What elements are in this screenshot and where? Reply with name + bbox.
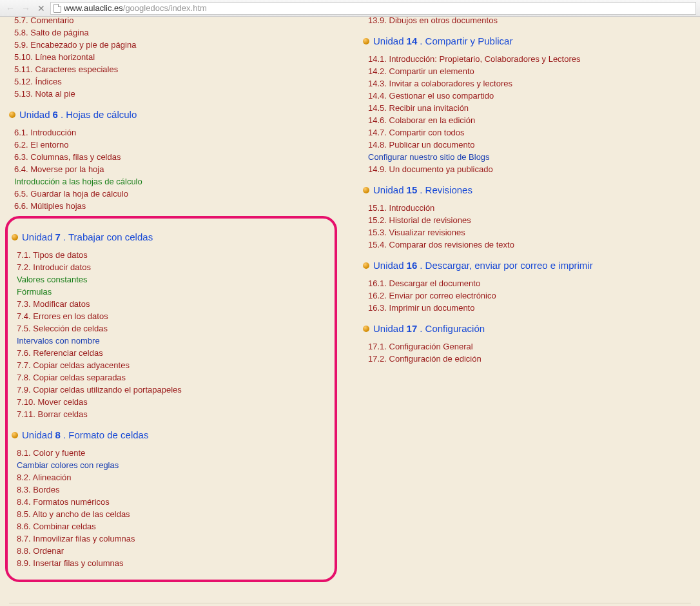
unit-number: 16 <box>407 260 418 271</box>
toc-link[interactable]: 7.5. Selección de celdas <box>17 322 331 335</box>
url-text: www.aulaclic.es/googledocs/index.htm <box>64 3 207 13</box>
toc-link[interactable]: Introducción a las hojas de cálculo <box>14 175 337 188</box>
unit-prefix: Unidad <box>19 109 50 120</box>
toc-link[interactable]: 5.11. Caracteres especiales <box>14 63 337 75</box>
toc-link[interactable]: 7.10. Mover celdas <box>17 396 331 408</box>
toc-link[interactable]: 14.4. Gestionar el uso compartido <box>368 90 691 102</box>
bullet-icon <box>363 262 369 269</box>
toc-link[interactable]: 7.3. Modificar datos <box>17 298 331 310</box>
bullet-icon <box>363 187 369 193</box>
toc-link[interactable]: 15.1. Introducción <box>368 202 691 214</box>
toc-link[interactable]: Valores constantes <box>17 273 331 286</box>
unit-8-header[interactable]: Unidad 8 . Formato de celdas <box>12 429 331 440</box>
unit-prefix: Unidad <box>373 260 404 271</box>
toc-link[interactable]: 8.9. Insertar filas y columnas <box>17 557 331 569</box>
unit-title: . Formato de celdas <box>63 429 149 440</box>
toc-link[interactable]: 7.1. Tipos de datos <box>17 249 331 261</box>
unit-14-header[interactable]: Unidad 14 . Compartir y Publicar <box>363 35 691 46</box>
toc-link[interactable]: 8.3. Bordes <box>17 484 331 496</box>
left-column: 5.7. Comentario5.8. Salto de página5.9. … <box>9 17 337 583</box>
toc-link[interactable]: 13.9. Dibujos en otros documentos <box>368 14 691 26</box>
toc-link[interactable]: Configurar nuestro sitio de Blogs <box>368 151 691 163</box>
unit-title: . Trabajar con celdas <box>63 231 153 242</box>
unit-number: 8 <box>55 429 61 440</box>
unit-14-items: 14.1. Introducción: Propietario, Colabor… <box>363 53 691 175</box>
toc-link[interactable]: 8.6. Combinar celdas <box>17 520 331 533</box>
toc-link[interactable]: 8.5. Alto y ancho de las celdas <box>17 508 331 520</box>
unit-prefix: Unidad <box>373 323 404 334</box>
unit-16-items: 16.1. Descargar el documento16.2. Enviar… <box>363 277 691 314</box>
unit-title: . Hojas de cálculo <box>61 109 137 120</box>
unit-17-items: 17.1. Configuración General17.2. Configu… <box>363 340 691 365</box>
toc-link[interactable]: 5.12. Índices <box>14 75 337 88</box>
unit-15-header[interactable]: Unidad 15 . Revisiones <box>363 184 691 195</box>
toc-link[interactable]: 6.3. Columnas, filas y celdas <box>14 151 337 163</box>
unit-7-items: 7.1. Tipos de datos7.2. Introducir datos… <box>12 249 331 420</box>
toc-link[interactable]: 14.2. Compartir un elemento <box>368 65 691 77</box>
back-button[interactable]: ← <box>4 2 17 15</box>
toc-link[interactable]: 6.6. Múltiples hojas <box>14 200 337 212</box>
toc-link[interactable]: 15.2. Historial de revisiones <box>368 214 691 226</box>
toc-link[interactable]: 5.7. Comentario <box>14 14 337 26</box>
toc-link[interactable]: 5.10. Línea horizontal <box>14 51 337 63</box>
unit-title: . Descargar, enviar por correo e imprimi… <box>420 260 592 271</box>
toc-link[interactable]: Cambiar colores con reglas <box>17 459 331 471</box>
toc-link[interactable]: 17.1. Configuración General <box>368 340 691 353</box>
unit-title: . Configuración <box>420 323 485 334</box>
toc-link[interactable]: 7.9. Copiar celdas utilizando el portapa… <box>17 384 331 396</box>
toc-link[interactable]: 7.2. Introducir datos <box>17 261 331 273</box>
bullet-icon <box>12 234 18 240</box>
unit-16-header[interactable]: Unidad 16 . Descargar, enviar por correo… <box>363 260 691 271</box>
unit-number: 15 <box>407 184 418 195</box>
unit-17-header[interactable]: Unidad 17 . Configuración <box>363 323 691 334</box>
toc-link[interactable]: 14.5. Recibir una invitación <box>368 102 691 114</box>
toc-link[interactable]: 8.2. Alineación <box>17 471 331 484</box>
forward-button[interactable]: → <box>19 2 32 15</box>
toc-link[interactable]: 16.1. Descargar el documento <box>368 277 691 289</box>
unit-number: 17 <box>407 323 418 334</box>
toc-link[interactable]: 14.9. Un documento ya publicado <box>368 163 691 175</box>
toc-link[interactable]: 15.3. Visualizar revisiones <box>368 226 691 239</box>
toc-link[interactable]: 16.3. Imprimir un documento <box>368 302 691 314</box>
toc-link[interactable]: 8.8. Ordenar <box>17 545 331 557</box>
toc-link[interactable]: 7.6. Referenciar celdas <box>17 347 331 359</box>
toc-link[interactable]: 17.2. Configuración de edición <box>368 353 691 365</box>
toc-link[interactable]: 15.4. Comparar dos revisiones de texto <box>368 239 691 251</box>
toc-link[interactable]: 5.8. Salto de página <box>14 26 337 39</box>
bullet-icon <box>363 326 369 332</box>
toc-link[interactable]: 8.7. Inmovilizar filas y columnas <box>17 533 331 545</box>
unit-6-header[interactable]: Unidad 6 . Hojas de cálculo <box>9 109 337 120</box>
toc-link[interactable]: 6.1. Introducción <box>14 126 337 139</box>
toc-link[interactable]: 5.13. Nota al pie <box>14 88 337 100</box>
toc-link[interactable]: 7.8. Copiar celdas separadas <box>17 371 331 384</box>
toc-link[interactable]: 7.7. Copiar celdas adyacentes <box>17 359 331 371</box>
toc-link[interactable]: 6.4. Moverse por la hoja <box>14 163 337 175</box>
unit-prefix: Unidad <box>22 429 53 440</box>
unit-7-header[interactable]: Unidad 7 . Trabajar con celdas <box>12 231 331 242</box>
stop-button[interactable]: ✕ <box>35 2 48 15</box>
toc-link[interactable]: 5.9. Encabezado y pie de página <box>14 39 337 51</box>
toc-link[interactable]: 14.7. Compartir con todos <box>368 126 691 139</box>
unit-number: 6 <box>53 109 58 120</box>
toc-link[interactable]: 16.2. Enviar por correo electrónico <box>368 289 691 302</box>
toc-link[interactable]: 14.1. Introducción: Propietario, Colabor… <box>368 53 691 65</box>
toc-link[interactable]: 8.1. Color y fuente <box>17 447 331 459</box>
unit-5-tail: 5.7. Comentario5.8. Salto de página5.9. … <box>9 14 337 100</box>
toc-link[interactable]: 8.4. Formatos numéricos <box>17 496 331 508</box>
toc-link[interactable]: 14.6. Colaborar en la edición <box>368 114 691 126</box>
toc-link[interactable]: Intervalos con nombre <box>17 335 331 347</box>
unit-prefix: Unidad <box>373 184 404 195</box>
unit-8-items: 8.1. Color y fuenteCambiar colores con r… <box>12 447 331 569</box>
page-icon <box>53 4 61 13</box>
toc-link[interactable]: 6.2. El entorno <box>14 139 337 151</box>
toc-link[interactable]: 6.5. Guardar la hoja de cálculo <box>14 188 337 200</box>
toc-link[interactable]: 14.3. Invitar a colaboradores y lectores <box>368 77 691 90</box>
unit-title: . Compartir y Publicar <box>420 35 512 46</box>
toc-link[interactable]: Fórmulas <box>17 286 331 298</box>
url-bar[interactable]: www.aulaclic.es/googledocs/index.htm <box>50 2 696 15</box>
unit-prefix: Unidad <box>373 35 404 46</box>
toc-link[interactable]: 7.4. Errores en los datos <box>17 310 331 322</box>
toc-link[interactable]: 7.11. Borrar celdas <box>17 408 331 420</box>
toc-link[interactable]: 14.8. Publicar un documento <box>368 139 691 151</box>
unit-15-items: 15.1. Introducción15.2. Historial de rev… <box>363 202 691 251</box>
